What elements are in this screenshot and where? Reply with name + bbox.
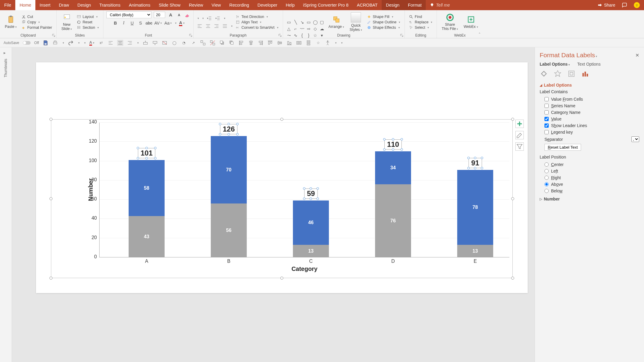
radio-center[interactable] xyxy=(544,162,549,167)
radio-right[interactable] xyxy=(544,176,549,180)
align-right-button[interactable] xyxy=(213,23,219,29)
shadow-button[interactable]: S xyxy=(138,20,144,26)
bullets-button[interactable] xyxy=(197,15,199,21)
tab-chart-format[interactable]: Format xyxy=(404,0,426,10)
label-handle[interactable] xyxy=(145,147,148,149)
chart-object[interactable]: Number 020406080100120140 Category 43581… xyxy=(51,119,513,278)
save-button[interactable] xyxy=(43,40,49,46)
chk-leader-lines[interactable] xyxy=(544,123,549,128)
label-handle[interactable] xyxy=(228,123,230,125)
qat-merge-button[interactable] xyxy=(136,40,139,46)
label-options-tab-icon[interactable] xyxy=(581,70,589,78)
font-color-button[interactable]: A xyxy=(179,20,184,26)
label-handle[interactable] xyxy=(481,157,483,159)
resize-handle[interactable] xyxy=(280,277,283,280)
label-handle[interactable] xyxy=(474,157,476,159)
shape-rrect-icon[interactable]: ▢ xyxy=(319,19,325,25)
tab-transitions[interactable]: Transitions xyxy=(95,0,124,10)
chart-filters-button[interactable] xyxy=(515,142,524,151)
qat-align-center-button[interactable] xyxy=(117,40,123,46)
align-text-button[interactable]: Align Text xyxy=(234,20,279,25)
bold-button[interactable]: B xyxy=(112,20,118,26)
italic-button[interactable]: I xyxy=(121,20,127,26)
close-pane-button[interactable]: ✕ xyxy=(635,52,639,58)
tab-recording[interactable]: Recording xyxy=(225,0,253,10)
label-handle[interactable] xyxy=(467,167,470,169)
section-number-header[interactable]: ▷Number xyxy=(540,197,639,201)
qat-customize-button[interactable] xyxy=(340,40,343,46)
tab-home[interactable]: Home xyxy=(15,0,35,10)
shape-effects-button[interactable]: Shape Effects xyxy=(366,25,401,30)
total-data-label[interactable]: 59 xyxy=(304,188,318,199)
tab-draw[interactable]: Draw xyxy=(55,0,73,10)
total-data-label[interactable]: 91 xyxy=(469,158,482,168)
total-data-label[interactable]: 126 xyxy=(220,124,237,134)
qat-align-objects-bottom-button[interactable] xyxy=(286,40,292,46)
label-handle[interactable] xyxy=(219,123,221,125)
chk-category-name[interactable] xyxy=(544,110,549,114)
share-button[interactable]: Share xyxy=(598,3,615,7)
cut-button[interactable]: Cut xyxy=(20,14,53,19)
paste-button[interactable]: Paste xyxy=(3,15,19,30)
resize-handle[interactable] xyxy=(511,197,514,200)
strikethrough-button[interactable]: abc xyxy=(146,20,152,26)
label-handle[interactable] xyxy=(467,157,470,159)
qat-ungroup-button[interactable] xyxy=(210,40,216,46)
qat-distribute-h-button[interactable] xyxy=(296,40,302,46)
change-case-button[interactable]: Aa xyxy=(164,20,172,26)
label-handle[interactable] xyxy=(310,197,312,200)
shape-cloud-icon[interactable]: ☁ xyxy=(319,26,325,32)
section-label-options-header[interactable]: ◢Label Options xyxy=(540,83,639,88)
label-handle[interactable] xyxy=(316,197,319,200)
text-direction-button[interactable]: AText Direction xyxy=(234,14,279,19)
print-button[interactable] xyxy=(52,40,58,46)
qat-send-back-button[interactable] xyxy=(229,40,235,46)
tab-text-options[interactable]: Text Options xyxy=(577,62,601,67)
align-center-button[interactable] xyxy=(205,23,211,29)
arrange-button[interactable]: Arrange xyxy=(327,15,346,30)
qat-align-objects-left-button[interactable] xyxy=(238,40,244,46)
shape-curve-icon[interactable]: 〰 xyxy=(299,26,305,32)
qat-insert-above-button[interactable] xyxy=(142,40,148,46)
tab-acrobat[interactable]: ACROBAT xyxy=(353,0,382,10)
resize-handle[interactable] xyxy=(511,277,514,280)
font-size-input[interactable] xyxy=(154,12,165,18)
shape-rect-icon[interactable]: ▭ xyxy=(306,19,312,25)
label-handle[interactable] xyxy=(316,187,319,190)
find-button[interactable]: Find xyxy=(408,14,434,19)
comments-button[interactable] xyxy=(622,2,627,8)
label-handle[interactable] xyxy=(236,133,239,135)
shape-l-icon[interactable]: ⌐ xyxy=(293,26,299,32)
label-handle[interactable] xyxy=(219,133,221,135)
chk-value[interactable] xyxy=(544,117,549,121)
total-data-label[interactable]: 110 xyxy=(384,139,402,150)
qat-rotate-button[interactable] xyxy=(334,40,337,46)
new-slide-button[interactable]: New Slide xyxy=(60,13,74,32)
qat-bring-front-button[interactable] xyxy=(219,40,225,46)
qat-insert-below-button[interactable] xyxy=(152,40,158,46)
shape-line-icon[interactable]: ╲ xyxy=(293,19,299,25)
resize-handle[interactable] xyxy=(280,118,283,121)
shape-fill-button[interactable]: Shape Fill xyxy=(366,14,401,19)
qat-border-button[interactable] xyxy=(83,40,86,46)
label-handle[interactable] xyxy=(303,197,306,200)
qat-align-right-button[interactable] xyxy=(127,40,133,46)
clipboard-launcher-icon[interactable] xyxy=(52,34,55,37)
chk-series-name[interactable] xyxy=(544,104,549,108)
tab-label-options[interactable]: Label Options xyxy=(540,62,570,67)
qat-oval-button[interactable]: ◯ xyxy=(171,40,177,46)
label-handle[interactable] xyxy=(154,147,157,149)
resize-handle[interactable] xyxy=(49,118,52,121)
resize-handle[interactable] xyxy=(49,277,52,280)
qat-partial-circle-button[interactable]: ◔ xyxy=(181,40,187,46)
shapes-gallery[interactable]: ▭ ╲ ↘ ▭ ◯ ▢ △ ⌐ 〰 ⇨ ◇ ☁ ⤳ ∿ { } ☆ xyxy=(286,19,325,25)
label-handle[interactable] xyxy=(383,138,386,141)
underline-button[interactable]: U xyxy=(129,20,135,26)
increase-font-button[interactable]: A xyxy=(168,12,174,18)
feedback-smiley-icon[interactable] xyxy=(634,2,640,8)
label-handle[interactable] xyxy=(392,148,394,151)
qat-align-left-button[interactable] xyxy=(108,40,114,46)
quick-styles-button[interactable]: Quick Styles xyxy=(348,12,364,33)
qat-star-button[interactable]: ☆ xyxy=(315,40,321,46)
label-handle[interactable] xyxy=(310,187,312,190)
